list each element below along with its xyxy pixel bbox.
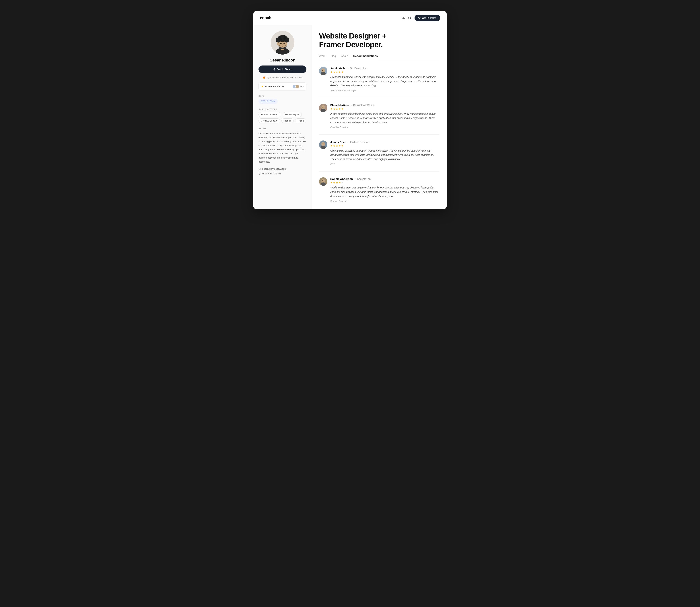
- avatar-wrapper: [259, 31, 306, 55]
- skill-tag: Figma: [295, 119, 306, 123]
- reviewer-title: Creative Director: [330, 126, 439, 129]
- nav-cta-button[interactable]: Get In Touch: [415, 15, 440, 21]
- review-card: Elena Martinez•DesignFlow Studio★★★★★A r…: [319, 104, 439, 129]
- about-label: ABOUT: [259, 127, 306, 130]
- location-row: ⊙ New York City, NY: [259, 172, 306, 175]
- about-section: ABOUT César Rincón is an independent web…: [259, 127, 306, 164]
- app-window: enoch. My Blog Get In Touch: [254, 11, 446, 209]
- reviewer-company: DesignFlow Studio: [353, 104, 375, 107]
- tabs-row: WorkBlogAboutRecommendations: [319, 55, 439, 60]
- reviewer-company: TechVision Inc.: [350, 67, 367, 70]
- svg-point-32: [322, 144, 323, 144]
- blog-link[interactable]: My Blog: [401, 16, 411, 19]
- responds-text: Typically responds within 24 hours: [266, 76, 303, 79]
- recommended-left: ★ Recommended 8x: [261, 85, 284, 88]
- reviewer-header: Sophie Anderson•InnovateLab: [330, 177, 439, 181]
- logo: enoch.: [260, 16, 272, 20]
- svg-point-12: [280, 43, 282, 44]
- svg-point-11: [281, 35, 284, 39]
- stars-row: ★★★★★: [330, 70, 439, 74]
- review-card: James Chen•FinTech Solutions★★★★★Outstan…: [319, 141, 439, 166]
- recommended-count: 6: [301, 85, 302, 88]
- reviewer-title: Startup Founder: [330, 200, 439, 203]
- svg-point-33: [324, 144, 324, 144]
- star: ★: [330, 144, 333, 147]
- recommended-row[interactable]: ★ Recommended 8x 6 ›: [259, 82, 306, 90]
- recommended-label: Recommended 8x: [265, 85, 284, 88]
- nav-cta-label: Get In Touch: [422, 16, 436, 19]
- reviewer-info: James Chen•FinTech Solutions★★★★★Outstan…: [330, 141, 439, 166]
- reviews-list: Samir Mallal•TechVision Inc.★★★★★Excepti…: [319, 67, 439, 203]
- reviewer-name: Elena Martinez: [330, 104, 349, 107]
- reviewer-dot: •: [351, 104, 352, 107]
- tab-blog[interactable]: Blog: [330, 55, 336, 60]
- star: ★: [330, 181, 333, 184]
- star: ★: [333, 181, 335, 184]
- svg-point-15: [279, 45, 286, 48]
- stars-row: ★★★★★: [330, 144, 439, 147]
- svg-point-30: [321, 142, 325, 146]
- divider: [319, 98, 439, 98]
- svg-point-35: [321, 179, 325, 183]
- email-text: enoch@bytesbear.com: [262, 167, 286, 170]
- tab-recommendations[interactable]: Recommendations: [353, 55, 378, 60]
- get-in-touch-button[interactable]: Get In Touch: [259, 65, 306, 73]
- profile-name: César Rincón: [259, 58, 306, 63]
- divider: [319, 134, 439, 135]
- reviewer-title: CTO: [330, 163, 439, 166]
- right-panel: Website Designer +Framer Developer. Work…: [312, 25, 446, 209]
- review-text: A rare combination of technical excellen…: [330, 112, 439, 124]
- mini-avatar-2: [295, 84, 299, 88]
- review-text: Exceptional problem-solver with deep tec…: [330, 75, 439, 88]
- hero-title-text: Website Designer +Framer Developer.: [319, 32, 387, 49]
- star: ★: [333, 70, 335, 74]
- skill-tag: Framer: [282, 119, 294, 123]
- reviewer-name: James Chen: [330, 141, 346, 144]
- reviewer-dot: •: [348, 141, 349, 143]
- chevron-right-icon: ›: [303, 85, 304, 88]
- fire-icon: 🔥: [262, 76, 265, 79]
- rate-badge: $75 - $100/hr: [259, 99, 278, 104]
- stars-row: ★★★★★: [330, 181, 439, 184]
- star: ★: [333, 144, 335, 147]
- send-icon-sidebar: [273, 68, 275, 70]
- reviewer-header: James Chen•FinTech Solutions: [330, 141, 439, 144]
- reviewer-name: Samir Mallal: [330, 67, 346, 70]
- rate-label: RATE: [259, 95, 306, 97]
- responds-row: 🔥 Typically responds within 24 hours: [259, 76, 306, 79]
- recommended-right: 6 ›: [292, 84, 304, 88]
- svg-point-37: [322, 181, 323, 181]
- email-row: ✉ enoch@bytesbear.com: [259, 167, 306, 170]
- reviewer-header: Elena Martinez•DesignFlow Studio: [330, 104, 439, 107]
- avatar: [271, 31, 294, 55]
- svg-point-27: [322, 107, 323, 107]
- svg-point-28: [324, 107, 324, 107]
- star: ★: [341, 70, 344, 74]
- reviewer-header: Samir Mallal•TechVision Inc.: [330, 67, 439, 70]
- tags-row: Framer DeveloperWeb DesignerCreative Dir…: [259, 112, 306, 123]
- reviewer-name: Sophie Anderson: [330, 177, 353, 181]
- tab-about[interactable]: About: [341, 55, 348, 60]
- star: ★: [338, 144, 341, 147]
- star: ★: [338, 70, 341, 74]
- hero-title: Website Designer +Framer Developer.: [319, 32, 439, 49]
- tab-work[interactable]: Work: [319, 55, 325, 60]
- reviewer-company: InnovateLab: [356, 177, 371, 181]
- reviewer-info: Sophie Anderson•InnovateLab★★★★★Working …: [330, 177, 439, 202]
- skill-tag: Creative Director: [259, 119, 280, 123]
- avatar-image: [271, 31, 294, 55]
- svg-point-22: [322, 70, 323, 70]
- nav-right: My Blog Get In Touch: [401, 15, 440, 21]
- svg-point-20: [321, 68, 325, 72]
- svg-point-38: [324, 181, 324, 181]
- reviewer-avatar: [319, 141, 327, 149]
- reviewer-title: Senior Product Manager: [330, 89, 439, 92]
- star-icon: ★: [261, 85, 264, 88]
- avatar-stack: [292, 84, 299, 88]
- reviewer-avatar: [319, 67, 327, 75]
- reviewer-company: FinTech Solutions: [350, 141, 370, 144]
- star: ★: [341, 107, 344, 110]
- svg-point-25: [321, 105, 325, 109]
- star: ★: [341, 181, 344, 184]
- svg-point-13: [283, 43, 285, 44]
